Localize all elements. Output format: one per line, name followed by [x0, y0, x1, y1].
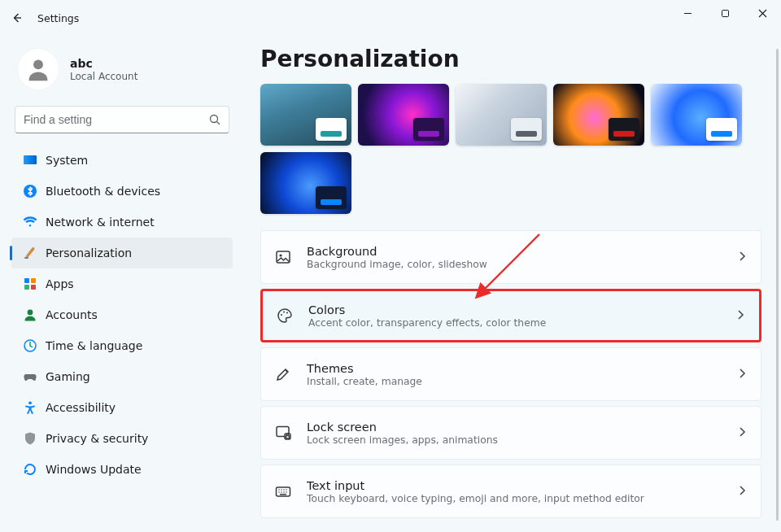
accessibility-icon — [23, 400, 46, 415]
sidebar-item-privacy[interactable]: Privacy & security — [11, 423, 233, 454]
svg-rect-14 — [277, 251, 290, 263]
svg-rect-4 — [24, 155, 37, 164]
gamepad-icon — [23, 369, 46, 384]
sidebar-item-label: Apps — [46, 277, 221, 290]
svg-rect-0 — [722, 10, 728, 16]
sidebar-item-label: Network & internet — [46, 216, 221, 229]
svg-point-18 — [286, 312, 288, 314]
row-title: Text input — [307, 479, 736, 492]
sidebar-item-label: Bluetooth & devices — [46, 185, 221, 198]
sidebar-item-label: System — [46, 154, 221, 167]
sidebar-item-label: Gaming — [46, 370, 221, 383]
avatar — [18, 49, 59, 89]
window-title: Settings — [37, 12, 79, 24]
svg-point-2 — [211, 116, 218, 123]
row-title: Themes — [307, 362, 736, 375]
page-title: Personalization — [260, 46, 770, 72]
shield-icon — [23, 431, 46, 446]
svg-rect-10 — [31, 285, 36, 290]
profile-subtitle: Local Account — [70, 71, 137, 82]
bluetooth-icon — [23, 184, 46, 198]
pen-icon — [274, 365, 307, 383]
svg-point-16 — [281, 314, 282, 316]
chevron-right-icon — [736, 368, 748, 382]
theme-thumbnail[interactable] — [651, 84, 742, 146]
search-icon — [201, 113, 229, 126]
svg-rect-7 — [24, 278, 29, 283]
row-title: Lock screen — [307, 421, 736, 434]
theme-picker — [260, 84, 770, 214]
svg-point-11 — [28, 310, 33, 316]
sidebar-item-personalization[interactable]: Personalization — [11, 238, 233, 268]
sidebar-item-bluetooth[interactable]: Bluetooth & devices — [11, 176, 233, 207]
svg-rect-9 — [24, 285, 29, 290]
theme-thumbnail[interactable] — [358, 84, 449, 146]
sidebar-item-network[interactable]: Network & internet — [11, 207, 233, 238]
row-desc: Lock screen images, apps, animations — [307, 434, 736, 446]
chevron-right-icon — [736, 426, 748, 440]
sidebar-item-label: Personalization — [46, 246, 221, 259]
row-themes[interactable]: Themes Install, create, manage — [260, 347, 761, 401]
globe-clock-icon — [23, 338, 46, 353]
chevron-right-icon — [735, 309, 746, 323]
search-input[interactable] — [15, 113, 201, 126]
maximize-button[interactable] — [706, 0, 744, 26]
profile-name: abc — [70, 57, 137, 70]
row-title: Colors — [308, 303, 735, 316]
sidebar-item-label: Accessibility — [46, 401, 221, 414]
svg-point-13 — [28, 401, 32, 404]
window-controls — [669, 0, 781, 26]
image-icon — [274, 248, 307, 266]
chevron-right-icon — [736, 485, 748, 499]
row-colors[interactable]: Colors Accent color, transparency effect… — [260, 289, 761, 342]
sidebar-item-windows-update[interactable]: Windows Update — [11, 454, 233, 485]
sidebar-item-time-language[interactable]: Time & language — [11, 330, 233, 361]
row-lock-screen[interactable]: Lock screen Lock screen images, apps, an… — [260, 406, 761, 460]
nav-list: System Bluetooth & devices Network & int… — [7, 145, 238, 485]
row-title: Background — [307, 245, 736, 258]
svg-rect-6 — [24, 257, 28, 259]
system-icon — [23, 153, 46, 168]
svg-rect-8 — [31, 278, 36, 283]
sidebar: abc Local Account System Bluetooth & dev… — [0, 36, 244, 532]
svg-point-15 — [279, 254, 281, 256]
theme-thumbnail[interactable] — [553, 84, 644, 146]
search-input-container[interactable] — [15, 106, 229, 133]
palette-icon — [276, 307, 308, 325]
sidebar-item-label: Accounts — [46, 308, 221, 321]
update-icon — [23, 462, 46, 477]
sidebar-item-label: Privacy & security — [46, 432, 221, 445]
lock-screen-icon — [274, 424, 307, 442]
sidebar-item-label: Windows Update — [46, 463, 221, 476]
svg-point-17 — [283, 312, 285, 313]
row-text-input[interactable]: Text input Touch keyboard, voice typing,… — [260, 464, 761, 518]
minimize-button[interactable] — [669, 0, 706, 26]
sidebar-item-gaming[interactable]: Gaming — [11, 361, 233, 392]
sidebar-item-apps[interactable]: Apps — [11, 268, 233, 299]
person-icon — [23, 307, 46, 322]
sidebar-item-accounts[interactable]: Accounts — [11, 299, 233, 330]
close-button[interactable] — [744, 0, 781, 26]
account-profile[interactable]: abc Local Account — [7, 44, 238, 101]
scrollbar[interactable] — [776, 49, 779, 521]
row-desc: Install, create, manage — [307, 376, 736, 387]
brush-icon — [23, 246, 46, 260]
theme-thumbnail[interactable] — [260, 152, 351, 214]
sidebar-item-accessibility[interactable]: Accessibility — [11, 392, 233, 423]
wifi-icon — [23, 215, 46, 229]
keyboard-icon — [274, 482, 307, 500]
row-desc: Background image, color, slideshow — [307, 259, 736, 270]
theme-thumbnail[interactable] — [260, 84, 351, 146]
row-desc: Accent color, transparency effects, colo… — [308, 317, 735, 329]
sidebar-item-label: Time & language — [46, 339, 221, 352]
row-desc: Touch keyboard, voice typing, emoji and … — [307, 493, 736, 504]
content-pane: Personalization Background Backgroun — [252, 41, 770, 532]
title-bar: Settings — [0, 0, 781, 36]
chevron-right-icon — [736, 251, 748, 264]
row-background[interactable]: Background Background image, color, slid… — [260, 230, 761, 284]
sidebar-item-system[interactable]: System — [11, 145, 233, 176]
back-button[interactable] — [0, 0, 34, 36]
theme-thumbnail[interactable] — [456, 84, 547, 146]
settings-list: Background Background image, color, slid… — [260, 230, 761, 518]
svg-point-1 — [33, 59, 43, 69]
